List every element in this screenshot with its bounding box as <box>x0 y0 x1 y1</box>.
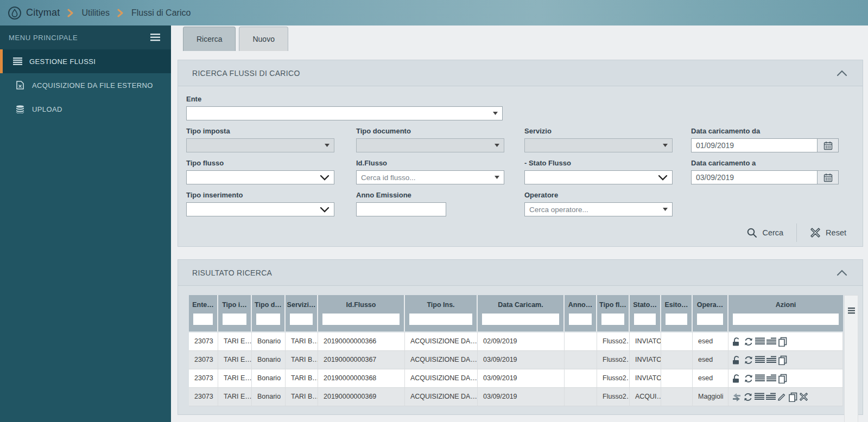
column-header-13[interactable]: Azioni <box>728 295 843 331</box>
column-filter-input-8[interactable] <box>569 314 592 325</box>
column-header-10[interactable]: Stato… <box>630 295 661 331</box>
column-filter-input-12[interactable] <box>697 314 723 325</box>
sidebar-item-upload[interactable]: UPLOAD <box>0 97 171 121</box>
tipo-inserimento-label: Tipo inserimento <box>186 191 334 199</box>
id-flusso-select[interactable]: Cerca id flusso... <box>356 170 504 184</box>
table-cell: Flusso2… <box>597 388 630 406</box>
chevron-up-icon[interactable] <box>837 70 847 76</box>
sidebar: MENU PRINCIPALE GESTIONE FLUSSI ACQUISIZ… <box>0 25 171 422</box>
column-header-5[interactable]: Id.Flusso <box>318 295 405 331</box>
refresh-icon[interactable] <box>744 374 753 383</box>
breadcrumb-flussi-di-carico[interactable]: Flussi di Carico <box>131 8 191 18</box>
results-panel: RISULTATO RICERCA Ente…Tipo i…Tipo d…Ser… <box>178 259 863 415</box>
unlock-icon[interactable] <box>732 374 742 383</box>
column-filter-input-2[interactable] <box>223 314 246 325</box>
servizio-select <box>524 138 673 152</box>
calendar-icon[interactable] <box>817 138 839 152</box>
sidebar-item-acquisizione-da-file-esterno[interactable]: ACQUISIZIONE DA FILE ESTERNO <box>0 73 171 97</box>
table-cell: ACQUISIZIONE DA… <box>405 333 478 351</box>
column-filter-input-4[interactable] <box>290 314 313 325</box>
column-header-7[interactable]: Data Caricam. <box>478 295 565 331</box>
column-filter-input-11[interactable] <box>666 314 687 325</box>
table-header-row: Ente…Tipo i…Tipo d…Servizi…Id.FlussoTipo… <box>189 295 843 331</box>
table-cell: INVIATO <box>630 333 661 351</box>
menu-toggle-icon[interactable] <box>150 34 160 41</box>
close-icon[interactable] <box>799 392 808 401</box>
column-filter-input-1[interactable] <box>193 314 213 325</box>
ente-select[interactable] <box>186 106 503 120</box>
column-header-label: Opera… <box>693 301 727 309</box>
table-cell <box>565 369 597 388</box>
column-header-8[interactable]: Anno… <box>565 295 597 331</box>
operatore-select[interactable]: Cerca operatore... <box>524 202 673 216</box>
column-header-label: Id.Flusso <box>318 301 404 309</box>
column-header-3[interactable]: Tipo d… <box>252 295 286 331</box>
tipo-flusso-select[interactable] <box>186 170 334 184</box>
rows-alt-icon[interactable] <box>766 337 776 346</box>
table-cell: TARI E… <box>218 369 252 388</box>
unlock-icon[interactable] <box>732 337 742 346</box>
tipo-inserimento-select[interactable] <box>186 202 334 216</box>
unlock-icon[interactable] <box>732 355 742 365</box>
reset-button[interactable]: Reset <box>810 227 846 238</box>
pencil-icon[interactable] <box>777 392 787 401</box>
column-header-4[interactable]: Servizi… <box>286 295 318 331</box>
column-menu-icon[interactable] <box>848 308 855 316</box>
table-cell: esed <box>693 369 728 388</box>
copy-icon[interactable] <box>788 392 797 402</box>
copy-icon[interactable] <box>778 374 787 383</box>
table-row[interactable]: 23073TARI E…BonarioTARI B…20190000000366… <box>189 333 843 351</box>
column-header-2[interactable]: Tipo i… <box>218 295 252 331</box>
column-header-9[interactable]: Tipo fl… <box>597 295 630 331</box>
brand-name: Citymat <box>26 7 60 18</box>
rows-icon[interactable] <box>755 374 765 382</box>
table-cell: Bonario <box>252 369 286 388</box>
table-scrollbar-track[interactable] <box>844 295 858 422</box>
column-header-12[interactable]: Opera… <box>693 295 728 331</box>
column-header-label: Stato… <box>630 301 660 309</box>
rows-icon[interactable] <box>755 356 765 364</box>
rows-icon[interactable] <box>755 393 764 401</box>
top-bar: Citymat Utilities Flussi di Carico <box>0 0 868 25</box>
column-header-6[interactable]: Tipo Ins. <box>405 295 478 331</box>
rows-alt-icon[interactable] <box>766 374 776 382</box>
chevron-down-icon <box>320 207 330 213</box>
column-filter-input-10[interactable] <box>634 314 656 325</box>
anno-emissione-input[interactable] <box>356 202 446 216</box>
copy-icon[interactable] <box>778 355 787 365</box>
tab-nuovo[interactable]: Nuovo <box>239 27 288 51</box>
chevron-up-icon[interactable] <box>837 270 847 276</box>
column-filter-input-13[interactable] <box>733 314 839 325</box>
table-body: 23073TARI E…BonarioTARI B…20190000000366… <box>189 333 843 406</box>
rows-alt-icon[interactable] <box>766 393 776 401</box>
copy-icon[interactable] <box>778 337 787 347</box>
data-caricamento-da-input[interactable] <box>691 138 817 152</box>
breadcrumb-utilities[interactable]: Utilities <box>81 8 110 18</box>
sidebar-item-label: ACQUISIZIONE DA FILE ESTERNO <box>32 81 153 89</box>
column-filter-input-5[interactable] <box>322 314 400 325</box>
refresh-icon[interactable] <box>744 355 753 365</box>
column-filter-input-9[interactable] <box>601 314 624 325</box>
cerca-button[interactable]: Cerca <box>746 227 783 238</box>
tab-ricerca[interactable]: Ricerca <box>183 27 236 51</box>
table-row[interactable]: 23073TARI E…BonarioTARI B…20190000000367… <box>189 351 843 369</box>
table-row[interactable]: 23073TARI E…BonarioTARI B…20190000000369… <box>189 388 843 406</box>
chevron-down-icon <box>320 175 330 181</box>
app-logo[interactable]: Citymat <box>8 6 60 20</box>
data-caricamento-a-input[interactable] <box>691 170 817 184</box>
column-filter-input-7[interactable] <box>482 314 559 325</box>
swap-icon[interactable] <box>732 393 742 401</box>
column-header-11[interactable]: Esito… <box>661 295 693 331</box>
column-filter-input-3[interactable] <box>256 314 280 325</box>
table-row[interactable]: 23073TARI E…BonarioTARI B…20190000000368… <box>189 369 843 388</box>
column-filter-input-6[interactable] <box>409 314 472 325</box>
column-header-1[interactable]: Ente… <box>189 295 218 331</box>
refresh-icon[interactable] <box>743 392 753 402</box>
rows-alt-icon[interactable] <box>766 356 776 364</box>
refresh-icon[interactable] <box>744 337 753 347</box>
sidebar-item-gestione-flussi[interactable]: GESTIONE FLUSSI <box>0 49 171 73</box>
form-buttons: Cerca Reset <box>746 223 846 242</box>
rows-icon[interactable] <box>755 337 765 346</box>
calendar-icon[interactable] <box>817 170 839 184</box>
stato-flusso-select[interactable] <box>524 170 673 184</box>
